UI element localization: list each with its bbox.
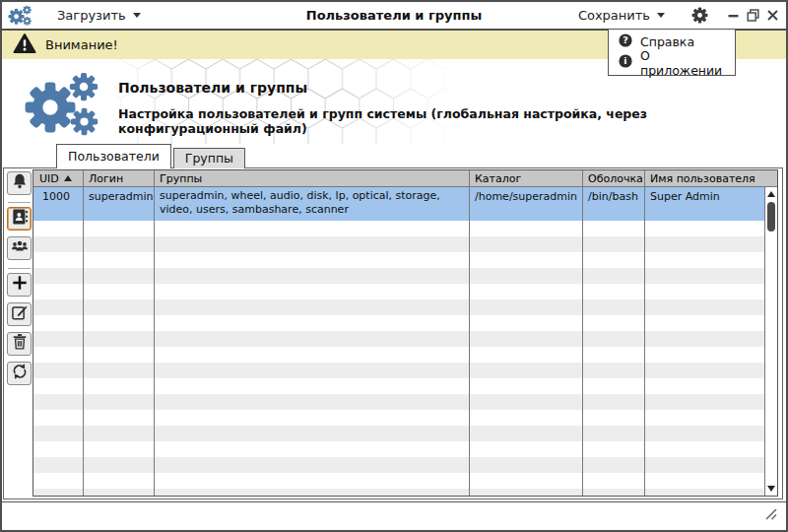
add-icon xyxy=(10,273,30,297)
cell-groups: superadmin, wheel, audio, disk, lp, opti… xyxy=(154,187,469,221)
cell-login: superadmin xyxy=(83,187,154,221)
dropdown-caret-icon xyxy=(133,13,141,18)
scroll-down-icon[interactable] xyxy=(765,483,777,495)
table-empty-rows xyxy=(33,221,764,496)
table-row-empty xyxy=(33,284,764,299)
save-button-label: Сохранить xyxy=(578,8,650,23)
notifications-bell-icon xyxy=(10,171,30,195)
table-header-row: UID Логин Группы Каталог Оболочка Имя по… xyxy=(33,170,777,187)
tab-bar: Пользователи Группы xyxy=(56,144,245,168)
column-header-login[interactable]: Логин xyxy=(83,172,154,185)
load-button[interactable]: Загрузить xyxy=(57,8,141,23)
table-row-empty xyxy=(33,363,764,378)
app-gears-logo xyxy=(24,71,104,140)
table-row-empty xyxy=(33,315,764,331)
sort-ascending-icon xyxy=(64,175,72,181)
delete-icon xyxy=(10,332,30,356)
users-view-button[interactable] xyxy=(7,207,32,231)
resize-grip-icon[interactable] xyxy=(762,505,778,525)
users-table: UID Логин Группы Каталог Оболочка Имя по… xyxy=(33,169,778,497)
save-button[interactable]: Сохранить xyxy=(578,8,665,23)
svg-text:?: ? xyxy=(623,34,628,45)
table-row-empty xyxy=(33,252,764,268)
refresh-button[interactable] xyxy=(7,362,32,385)
sidebar-toolbar xyxy=(4,168,33,499)
tab-users[interactable]: Пользователи xyxy=(56,144,171,168)
warning-triangle-icon xyxy=(13,33,36,57)
page-subtitle: Настройка пользователей и групп системы … xyxy=(118,106,786,136)
dropdown-caret-icon xyxy=(657,13,665,18)
maximize-button[interactable] xyxy=(747,9,759,22)
page-title: Пользователи и группы xyxy=(118,80,307,96)
app-gears-icon xyxy=(8,5,33,26)
cell-shell: /bin/bash xyxy=(582,187,644,221)
help-circle-icon: ? xyxy=(619,33,632,50)
settings-gear-button[interactable] xyxy=(691,7,708,24)
table-row-empty xyxy=(33,441,764,457)
warning-text: Внимание! xyxy=(45,37,118,52)
table-row-empty xyxy=(33,457,764,473)
titlebar: Загрузить Пользователи и группы Сохранит… xyxy=(2,2,786,31)
table-row-empty xyxy=(33,221,764,236)
table-row-empty xyxy=(33,331,764,347)
menu-item-label: О приложении xyxy=(640,48,735,78)
column-header-shell[interactable]: Оболочка xyxy=(582,172,644,185)
user-card-icon xyxy=(10,207,30,231)
cell-uid: 1000 xyxy=(33,187,83,221)
table-row-empty xyxy=(33,489,764,496)
table-row-empty xyxy=(33,236,764,252)
tab-groups[interactable]: Группы xyxy=(173,148,245,168)
table-row-empty xyxy=(33,378,764,394)
column-header-groups[interactable]: Группы xyxy=(154,172,469,185)
add-user-button[interactable] xyxy=(7,273,32,297)
users-group-icon xyxy=(10,236,30,260)
close-button[interactable] xyxy=(766,9,779,22)
cell-directory: /home/superadmin xyxy=(469,187,582,221)
refresh-icon xyxy=(10,362,30,385)
table-row-selected[interactable]: 1000 superadmin superadmin, wheel, audio… xyxy=(33,187,764,221)
column-header-uid[interactable]: UID xyxy=(33,172,83,185)
svg-text:i: i xyxy=(624,55,626,66)
vertical-scrollbar[interactable] xyxy=(764,187,777,496)
table-row-empty xyxy=(33,347,764,363)
status-bar xyxy=(2,501,786,530)
main-panel: UID Логин Группы Каталог Оболочка Имя по… xyxy=(3,167,783,499)
table-row-empty xyxy=(33,299,764,315)
menu-item-about[interactable]: i О приложении xyxy=(609,52,735,73)
notifications-button[interactable] xyxy=(7,171,32,195)
column-header-fullname[interactable]: Имя пользователя xyxy=(644,172,777,185)
scroll-up-icon[interactable] xyxy=(765,188,777,200)
delete-user-button[interactable] xyxy=(7,332,32,356)
minimize-button[interactable] xyxy=(727,9,740,22)
edit-icon xyxy=(10,302,30,326)
cell-fullname: Super Admin xyxy=(644,187,764,221)
table-row-empty xyxy=(33,473,764,489)
table-row-empty xyxy=(33,426,764,441)
groups-view-button[interactable] xyxy=(7,236,32,260)
load-button-label: Загрузить xyxy=(57,8,126,23)
table-row-empty xyxy=(33,410,764,426)
sidebar-separator xyxy=(8,268,31,269)
info-circle-icon: i xyxy=(619,54,632,71)
scrollbar-thumb[interactable] xyxy=(767,202,775,232)
edit-user-button[interactable] xyxy=(7,302,32,326)
settings-menu: ? Справка i О приложении xyxy=(608,29,736,76)
app-window: Загрузить Пользователи и группы Сохранит… xyxy=(0,0,788,532)
table-row-empty xyxy=(33,268,764,284)
column-header-directory[interactable]: Каталог xyxy=(469,172,582,185)
sidebar-separator xyxy=(8,202,31,203)
table-row-empty xyxy=(33,394,764,410)
